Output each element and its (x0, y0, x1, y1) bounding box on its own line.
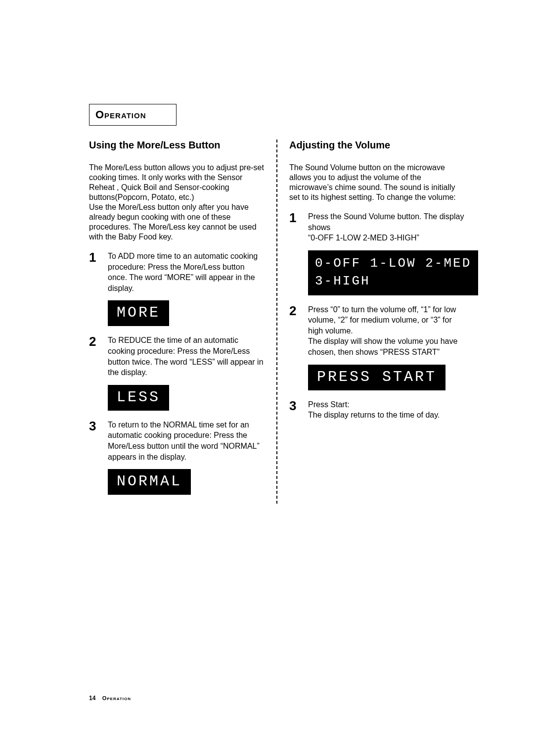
right-step-2: 2 Press “0” to turn the volume off, “1” … (289, 304, 465, 358)
section-title: Operation (95, 108, 146, 121)
lcd-display-volume-options: 0-OFF 1-LOW 2-MED 3-HIGH (308, 250, 478, 295)
lcd-display-press-start: PRESS START (308, 365, 445, 390)
left-step-3: 3 To return to the NORMAL time set for a… (89, 420, 265, 462)
right-intro: The Sound Volume button on the microwave… (289, 163, 465, 202)
right-heading: Adjusting the Volume (289, 140, 465, 151)
step-number: 1 (89, 251, 99, 264)
section-title-box: Operation (89, 104, 177, 126)
right-step-1: 1 Press the Sound Volume button. The dis… (289, 211, 465, 243)
two-column-layout: Using the More/Less Button The More/Less… (89, 140, 465, 504)
right-column: Adjusting the Volume The Sound Volume bu… (289, 140, 465, 504)
left-step-1: 1 To ADD more time to an automatic cooki… (89, 251, 265, 293)
step-number: 1 (289, 211, 299, 224)
page: Operation Using the More/Less Button The… (0, 0, 534, 756)
step-number: 3 (289, 399, 299, 412)
step-text: Press the Sound Volume button. The displ… (308, 211, 465, 243)
step-text: To return to the NORMAL time set for an … (108, 420, 265, 462)
page-number: 14 (89, 695, 95, 702)
left-column: Using the More/Less Button The More/Less… (89, 140, 265, 504)
step-number: 3 (89, 420, 99, 432)
step-text: Press “0” to turn the volume off, “1” fo… (308, 304, 465, 358)
lcd-display-less: LESS (108, 385, 169, 411)
step-text: Press Start: The display returns to the … (308, 399, 465, 421)
lcd-display-more: MORE (108, 300, 169, 326)
step-text: To ADD more time to an automatic cooking… (108, 251, 265, 293)
left-step-2: 2 To REDUCE the time of an automatic coo… (89, 335, 265, 378)
left-heading: Using the More/Less Button (89, 140, 265, 151)
step-number: 2 (89, 335, 99, 348)
step-text: To REDUCE the time of an automatic cooki… (108, 335, 265, 378)
step-number: 2 (289, 304, 299, 317)
lcd-display-normal: NORMAL (108, 469, 191, 495)
column-divider (276, 140, 277, 504)
page-footer: 14 Operation (89, 695, 131, 702)
left-intro: The More/Less button allows you to adjus… (89, 163, 265, 242)
footer-section-label: Operation (102, 695, 131, 701)
right-step-3: 3 Press Start: The display returns to th… (289, 399, 465, 421)
